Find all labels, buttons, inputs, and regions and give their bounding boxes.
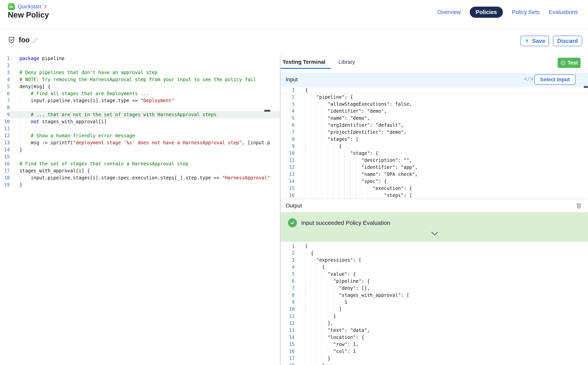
code-line: 14 "location": {	[280, 334, 588, 341]
evaluation-success-banner: Input succeeded Policy Evaluation	[280, 212, 588, 242]
line-number: 11	[0, 125, 10, 132]
line-number: 14	[280, 178, 294, 185]
breadcrumb-link-quickstart[interactable]: Quickstart	[18, 4, 41, 10]
code-line: 4 "identifier": "demo",	[280, 108, 588, 115]
code-line: 6 "pipeline": {	[280, 278, 588, 285]
code-line: 16# Find the set of stages that contain …	[0, 160, 280, 167]
header-divider	[0, 28, 588, 28]
code-line: 15 "execution": {	[280, 185, 588, 192]
code-line: 13 "name": "OPA check",	[280, 171, 588, 178]
code-line: 11 }	[280, 313, 588, 320]
line-number: 6	[280, 122, 294, 129]
code-line: 9 {	[280, 143, 588, 150]
line-number: 2	[280, 94, 294, 101]
line-number: 1	[280, 87, 294, 94]
line-number: 15	[280, 185, 294, 192]
header-tabs: OverviewPoliciesPolicy SetsEvaluations	[437, 7, 578, 18]
code-line: 2 "pipeline": {	[280, 94, 588, 101]
line-number: 7	[280, 129, 294, 136]
code-line: 6 "orgIdentifier": "default",	[280, 122, 588, 129]
line-number: 4	[280, 108, 294, 115]
line-number: 2	[280, 250, 294, 257]
editor-scroll-marker[interactable]	[264, 110, 270, 112]
code-line: 7 "deny": [],	[280, 285, 588, 292]
tab-overview[interactable]: Overview	[437, 9, 461, 15]
line-number: 17	[280, 355, 294, 362]
code-line: 16 "col": 1	[280, 348, 588, 355]
code-line: 13 "text": "data",	[280, 327, 588, 334]
line-number: 17	[0, 167, 10, 174]
line-number: 5	[280, 271, 294, 278]
tab-policies[interactable]: Policies	[470, 7, 503, 18]
active-tab-underline	[280, 68, 331, 69]
tab-library[interactable]: Library	[338, 59, 355, 65]
line-number: 1	[0, 55, 10, 62]
code-line: 8	[0, 104, 280, 111]
code-line: 18 input.pipeline.stages[i].stage.spec.e…	[0, 174, 280, 181]
code-line: 10 ]	[280, 306, 588, 313]
line-number: 12	[280, 320, 294, 327]
code-line: 1[	[280, 243, 588, 250]
line-number: 13	[280, 171, 294, 178]
line-number: 12	[0, 132, 10, 139]
line-number: 4	[280, 264, 294, 271]
policy-code-editor[interactable]: 1package pipeline23# Deny pipelines that…	[0, 55, 280, 365]
project-icon: ∞	[8, 3, 15, 10]
line-number: 13	[280, 327, 294, 334]
code-view-icon[interactable]: </>	[524, 76, 534, 82]
code-line: 8 "stages_with_approval": [	[280, 292, 588, 299]
chevron-down-icon[interactable]	[431, 231, 438, 238]
trash-icon[interactable]	[575, 202, 582, 210]
line-number: 13	[0, 139, 10, 146]
save-button[interactable]: Save	[520, 36, 549, 46]
line-number: 3	[0, 69, 10, 76]
line-number: 16	[280, 192, 294, 199]
page-title: New Policy	[8, 11, 49, 19]
code-line: 3 "expressions": [	[280, 257, 588, 264]
line-number: 11	[280, 313, 294, 320]
code-line: 1{	[280, 87, 588, 94]
tab-policy-sets[interactable]: Policy Sets	[512, 9, 540, 15]
code-line: 8 "stages": [	[280, 136, 588, 143]
line-number: 12	[280, 164, 294, 171]
line-number: 15	[0, 153, 10, 160]
tab-evaluations[interactable]: Evaluations	[549, 9, 578, 15]
save-label: Save	[532, 38, 545, 44]
code-line: 17stages_with_approval[i] {	[0, 167, 280, 174]
input-scroll-marker[interactable]	[584, 86, 588, 88]
line-number: 8	[0, 104, 10, 111]
code-line: 2	[0, 62, 280, 69]
line-number: 18	[0, 174, 10, 181]
code-line: 9 1	[280, 299, 588, 306]
output-json-editor[interactable]: 1[2 {3 "expressions": [4 {5 "value": {6 …	[280, 243, 588, 365]
line-number: 1	[280, 243, 294, 250]
tab-testing-terminal[interactable]: Testing Terminal	[282, 59, 325, 65]
code-line: 11	[0, 125, 280, 132]
input-json-editor[interactable]: 1{2 "pipeline": {3 "allowStageExecutions…	[280, 86, 588, 199]
line-number: 2	[0, 62, 10, 69]
code-line: 5 "value": {	[280, 271, 588, 278]
select-input-button[interactable]: Select Input	[534, 75, 575, 85]
code-line: 12 },	[280, 320, 588, 327]
code-line: 15	[0, 153, 280, 160]
discard-button[interactable]: Discard	[553, 36, 582, 46]
line-number: 9	[280, 143, 294, 150]
line-number: 16	[280, 348, 294, 355]
code-line: 1package pipeline	[0, 55, 280, 62]
code-line: 17 }	[280, 355, 588, 362]
policy-name: foo	[19, 36, 30, 44]
output-label: Output	[286, 203, 302, 209]
line-number: 14	[280, 334, 294, 341]
line-number: 7	[280, 285, 294, 292]
line-number: 6	[0, 90, 10, 97]
input-section-header: Input </> Select Input	[280, 73, 588, 86]
code-line: 7 "projectIdentifier": "demo",	[280, 129, 588, 136]
line-number: 11	[280, 157, 294, 164]
test-button[interactable]: Test	[558, 58, 581, 68]
edit-pencil-icon[interactable]	[32, 37, 39, 45]
line-number: 8	[280, 136, 294, 143]
banner-message: Input succeeded Policy Evaluation	[301, 219, 390, 226]
line-number: 10	[280, 306, 294, 313]
input-label: Input	[286, 77, 298, 83]
line-number: 5	[280, 115, 294, 122]
